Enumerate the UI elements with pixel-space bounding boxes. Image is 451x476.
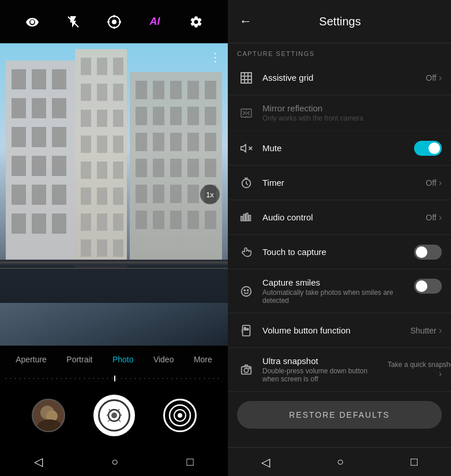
svg-rect-20: [32, 156, 46, 176]
svg-rect-117: [247, 328, 249, 330]
svg-rect-50: [81, 239, 91, 257]
grid-icon: [237, 72, 255, 84]
gallery-thumbnail[interactable]: [32, 399, 65, 432]
audio-control-chevron: ›: [439, 212, 442, 223]
svg-rect-102: [241, 109, 251, 117]
svg-rect-46: [113, 188, 123, 205]
svg-rect-75: [153, 185, 164, 203]
touch-capture-icon: [237, 246, 255, 258]
svg-rect-30: [97, 58, 107, 75]
settings-title: Settings: [264, 15, 416, 28]
svg-rect-29: [81, 58, 91, 75]
audio-control-name: Audio control: [262, 212, 426, 222]
svg-rect-66: [170, 133, 182, 151]
svg-rect-62: [187, 107, 199, 125]
restore-defaults-button[interactable]: RESTORE DEFAULTS: [237, 401, 442, 429]
more-options-icon[interactable]: ⋮: [209, 50, 221, 64]
svg-rect-17: [32, 127, 46, 147]
svg-rect-24: [52, 185, 66, 205]
settings-back-nav[interactable]: ◁: [250, 451, 281, 474]
svg-rect-42: [97, 162, 107, 179]
touch-capture-toggle[interactable]: [414, 245, 442, 260]
svg-rect-45: [97, 188, 107, 205]
svg-rect-33: [97, 84, 107, 101]
svg-rect-59: [136, 107, 147, 125]
svg-rect-63: [205, 107, 216, 125]
svg-rect-36: [97, 110, 107, 127]
volume-button-icon: [237, 324, 255, 337]
capture-smiles-toggle[interactable]: [414, 279, 442, 294]
camera-settings-icon[interactable]: [186, 12, 206, 32]
svg-point-121: [244, 368, 248, 372]
mute-row[interactable]: Mute: [228, 131, 451, 166]
ultra-snapshot-name: Ultra snapshot: [262, 356, 385, 366]
svg-rect-38: [81, 136, 91, 153]
timer-name: Timer: [262, 178, 426, 188]
settings-back-button[interactable]: ←: [239, 14, 252, 29]
svg-rect-74: [136, 185, 147, 203]
svg-rect-23: [32, 185, 46, 205]
audio-control-icon: [237, 211, 255, 224]
svg-rect-64: [136, 133, 147, 151]
svg-rect-65: [153, 133, 164, 151]
settings-recents-nav[interactable]: □: [399, 451, 429, 473]
recents-nav-button[interactable]: □: [175, 451, 205, 473]
flash-off-icon[interactable]: [63, 12, 84, 32]
camera-modes-bar: Aperture Portrait Photo Video More: [0, 346, 228, 373]
ultra-snapshot-row[interactable]: Ultra snapshot Double-press volume down …: [228, 348, 451, 392]
assistive-grid-row[interactable]: Assistive grid Off ›: [228, 61, 451, 95]
svg-rect-22: [12, 185, 26, 205]
svg-rect-49: [113, 213, 123, 231]
mirror-reflection-sub: Only works with the front camera: [262, 114, 442, 122]
mode-photo[interactable]: Photo: [108, 353, 138, 366]
camera-panel: AI: [0, 0, 228, 476]
svg-point-113: [244, 290, 245, 291]
settings-home-nav[interactable]: ○: [325, 451, 355, 473]
zoom-badge[interactable]: 1x: [200, 185, 220, 204]
svg-point-112: [242, 286, 251, 296]
volume-button-row[interactable]: Volume button function Shutter ›: [228, 313, 451, 348]
svg-rect-58: [205, 81, 216, 99]
settings-nav-bar: ◁ ○ □: [228, 447, 451, 476]
timer-row[interactable]: Timer Off ›: [228, 166, 451, 200]
home-nav-button[interactable]: ○: [100, 451, 130, 473]
svg-rect-72: [187, 159, 199, 177]
video-mode-button[interactable]: [163, 399, 197, 432]
mode-portrait[interactable]: Portrait: [62, 353, 97, 366]
volume-button-name: Volume button function: [262, 325, 411, 335]
svg-rect-39: [97, 136, 107, 153]
hdr-icon[interactable]: [104, 12, 125, 32]
exposure-slider[interactable]: [0, 373, 228, 384]
ultra-snapshot-chevron: ›: [439, 369, 442, 379]
svg-rect-56: [170, 81, 182, 99]
mirror-reflection-name: Mirror reflection: [262, 103, 442, 113]
touch-capture-row[interactable]: Touch to capture: [228, 235, 451, 269]
svg-rect-110: [246, 213, 248, 220]
capture-smiles-row[interactable]: Capture smiles Automatically take photos…: [228, 269, 451, 313]
svg-rect-82: [187, 211, 199, 229]
back-nav-button[interactable]: ◁: [22, 450, 54, 473]
mode-video[interactable]: Video: [149, 353, 179, 366]
svg-rect-71: [170, 159, 182, 177]
svg-rect-21: [52, 156, 66, 176]
capture-smiles-name: Capture smiles: [262, 278, 409, 287]
mode-more[interactable]: More: [189, 353, 217, 366]
assistive-grid-name: Assistive grid: [262, 73, 426, 83]
mode-aperture[interactable]: Aperture: [11, 353, 51, 366]
timer-value: Off: [426, 178, 436, 188]
ultra-snapshot-icon: [237, 363, 255, 376]
svg-point-93: [111, 413, 117, 418]
shutter-button[interactable]: [93, 395, 135, 436]
svg-rect-44: [81, 188, 91, 205]
mute-toggle[interactable]: [414, 141, 442, 156]
ai-label[interactable]: AI: [145, 12, 166, 32]
svg-point-122: [249, 368, 250, 369]
capture-settings-label: CAPTURE SETTINGS: [228, 43, 451, 61]
svg-rect-10: [12, 69, 26, 89]
ultra-snapshot-value: Take a quick snapshot: [388, 361, 439, 369]
audio-control-row[interactable]: Audio control Off ›: [228, 200, 451, 235]
svg-rect-41: [81, 162, 91, 179]
svg-rect-27: [52, 213, 66, 234]
svg-rect-26: [32, 213, 46, 234]
eye-icon[interactable]: [22, 12, 43, 32]
